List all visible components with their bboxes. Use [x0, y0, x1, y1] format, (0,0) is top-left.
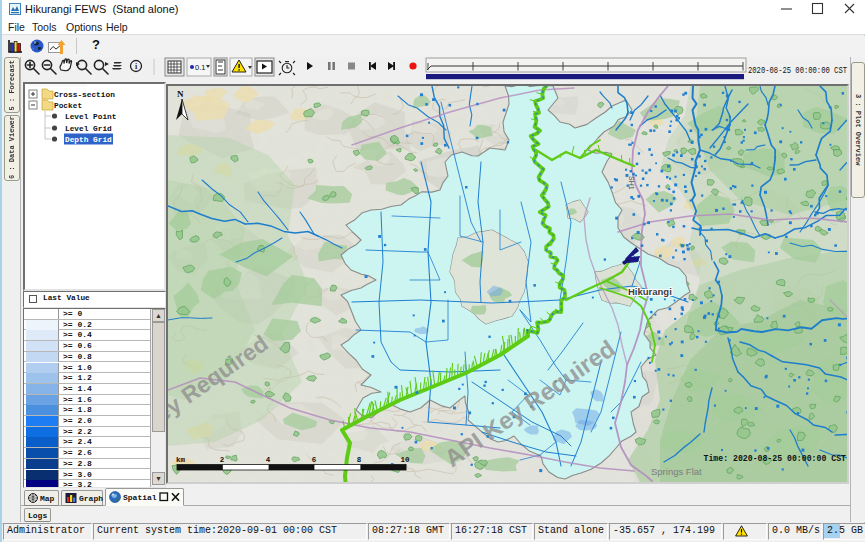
svg-text:0.1: 0.1 — [195, 63, 205, 72]
svg-text:Springs Flat: Springs Flat — [651, 466, 702, 477]
svg-text:Hikurangi: Hikurangi — [628, 286, 672, 297]
svg-text:Pocket: Pocket — [54, 102, 82, 110]
svg-text:Depth Grid: Depth Grid — [65, 136, 112, 144]
svg-text:km: km — [176, 456, 186, 464]
svg-text:4: 4 — [266, 456, 271, 464]
svg-text:Level Point: Level Point — [65, 113, 116, 121]
svg-text:Level Grid: Level Grid — [65, 125, 112, 133]
svg-text:Cross-section: Cross-section — [54, 91, 115, 99]
svg-text:6: 6 — [312, 456, 317, 464]
svg-text:8: 8 — [357, 456, 362, 464]
svg-text:N: N — [177, 89, 184, 99]
svg-text:2: 2 — [220, 456, 225, 464]
svg-text:i: i — [135, 62, 138, 71]
svg-text:10: 10 — [400, 456, 410, 464]
svg-text:2020-08-25 00:00:00 CST: 2020-08-25 00:00:00 CST — [748, 65, 847, 76]
svg-text:Time: 2020-08-25 00:00:00 CST: Time: 2020-08-25 00:00:00 CST — [704, 454, 847, 463]
svg-text:SH1: SH1 — [628, 176, 635, 190]
